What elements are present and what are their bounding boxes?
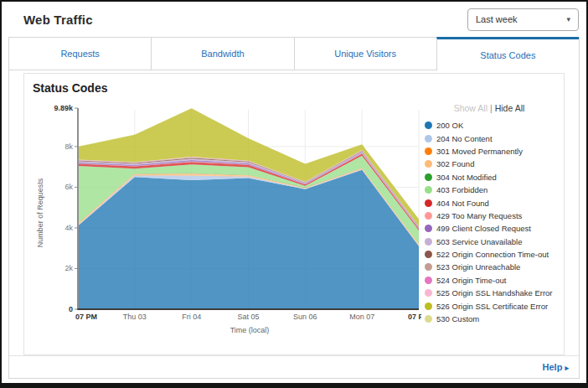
legend-item-522[interactable]: 522 Origin Connection Time-out <box>425 248 554 261</box>
page-title: Web Traffic <box>23 13 93 27</box>
legend-swatch-icon <box>425 277 432 284</box>
legend-item-301[interactable]: 301 Moved Permanently <box>425 145 554 158</box>
legend-label: 523 Origin Unreachable <box>436 262 520 272</box>
svg-text:07 PM: 07 PM <box>408 313 421 321</box>
legend-items: 200 OK204 No Content301 Moved Permanentl… <box>425 119 554 325</box>
svg-text:0: 0 <box>69 305 73 313</box>
legend-label: 403 Forbidden <box>436 185 487 194</box>
legend-swatch-icon <box>425 212 432 220</box>
legend-label: 526 Origin SSL Certificate Error <box>436 302 548 311</box>
tab-bar: RequestsBandwidthUnique VisitorsStatus C… <box>9 37 579 70</box>
legend-item-200[interactable]: 200 OK <box>425 119 554 132</box>
chart-area: Number of Requests 02k4k6k8k9.89k07 PMTh… <box>31 100 560 334</box>
svg-text:4k: 4k <box>64 224 73 232</box>
legend-item-304[interactable]: 304 Not Modified <box>425 171 554 184</box>
tab-unique-visitors[interactable]: Unique Visitors <box>294 37 436 70</box>
legend-item-503[interactable]: 503 Service Unavailable <box>425 235 554 248</box>
legend-swatch-icon <box>425 238 432 246</box>
chart-legend: Show All|Hide All 200 OK204 No Content30… <box>421 100 554 334</box>
legend-label: 530 Custom <box>436 314 479 323</box>
legend-swatch-icon <box>425 186 432 194</box>
legend-label: 200 OK <box>436 121 463 130</box>
svg-text:Sat 05: Sat 05 <box>237 313 259 321</box>
legend-item-525[interactable]: 525 Origin SSL Handshake Error <box>425 287 554 299</box>
status-codes-chart: 02k4k6k8k9.89k07 PMThu 03Fri 04Sat 05Sun… <box>43 100 421 324</box>
legend-item-302[interactable]: 302 Found <box>425 158 554 170</box>
hide-all-button[interactable]: Hide All <box>495 103 525 113</box>
plot-column: 02k4k6k8k9.89k07 PMThu 03Fri 04Sat 05Sun… <box>43 100 421 334</box>
widget-header: Web Traffic Last week ▾ <box>2 2 586 37</box>
legend-item-499[interactable]: 499 Client Closed Request <box>425 222 554 235</box>
window-frame: Web Traffic Last week ▾ RequestsBandwidt… <box>0 0 588 388</box>
x-axis-title: Time (local) <box>43 326 421 334</box>
svg-text:6k: 6k <box>64 183 73 191</box>
tab-bandwidth[interactable]: Bandwidth <box>151 37 293 70</box>
legend-label: 499 Client Closed Request <box>436 224 531 233</box>
legend-label: 302 Found <box>436 159 474 168</box>
legend-label: 301 Moved Permanently <box>436 147 523 156</box>
legend-label: 524 Origin Time-out <box>436 276 506 285</box>
legend-item-403[interactable]: 403 Forbidden <box>425 184 554 196</box>
legend-item-530[interactable]: 530 Custom <box>425 313 554 325</box>
legend-label: 204 No Content <box>436 134 493 143</box>
legend-swatch-icon <box>425 225 432 232</box>
help-link[interactable]: Help ▸ <box>543 362 569 372</box>
traffic-panel: RequestsBandwidthUnique VisitorsStatus C… <box>8 37 580 379</box>
chart-title: Status Codes <box>33 81 560 95</box>
help-arrow-icon: ▸ <box>565 364 569 372</box>
y-axis-title: Number of Requests <box>31 100 43 334</box>
svg-text:Mon 07: Mon 07 <box>349 313 374 321</box>
legend-item-204[interactable]: 204 No Content <box>425 132 554 144</box>
tab-content: Status Codes Number of Requests 02k4k6k8… <box>9 70 579 355</box>
svg-text:9.89k: 9.89k <box>54 104 74 112</box>
legend-swatch-icon <box>425 160 432 168</box>
legend-swatch-icon <box>425 315 432 323</box>
tab-status-codes[interactable]: Status Codes <box>436 37 579 70</box>
legend-label: 522 Origin Connection Time-out <box>436 250 549 259</box>
show-all-button[interactable]: Show All <box>454 103 487 113</box>
legend-item-523[interactable]: 523 Origin Unreachable <box>425 261 554 273</box>
svg-text:2k: 2k <box>64 264 73 272</box>
legend-item-524[interactable]: 524 Origin Time-out <box>425 274 554 287</box>
legend-header: Show All|Hide All <box>425 103 554 113</box>
legend-swatch-icon <box>425 199 432 207</box>
legend-swatch-icon <box>425 135 432 142</box>
legend-label: 525 Origin SSL Handshake Error <box>436 288 553 297</box>
svg-text:Fri 04: Fri 04 <box>182 313 201 321</box>
legend-label: 429 Too Many Requests <box>436 211 522 220</box>
legend-label: 503 Service Unavailable <box>436 237 522 246</box>
legend-swatch-icon <box>425 263 432 271</box>
time-range-select[interactable]: Last week ▾ <box>467 8 579 31</box>
legend-item-429[interactable]: 429 Too Many Requests <box>425 210 554 222</box>
svg-text:8k: 8k <box>64 142 73 151</box>
svg-text:07 PM: 07 PM <box>75 313 97 321</box>
time-range-value: Last week <box>476 14 518 24</box>
legend-swatch-icon <box>425 173 432 181</box>
legend-swatch-icon <box>425 289 432 297</box>
tab-requests[interactable]: Requests <box>9 37 151 70</box>
legend-swatch-icon <box>425 122 432 129</box>
panel-footer: Help ▸ <box>9 355 579 378</box>
svg-text:Sun 06: Sun 06 <box>293 313 317 321</box>
legend-label: 304 Not Modified <box>436 173 497 182</box>
legend-item-526[interactable]: 526 Origin SSL Certificate Error <box>425 299 554 312</box>
legend-item-404[interactable]: 404 Not Found <box>425 196 554 209</box>
chevron-down-icon: ▾ <box>566 15 570 23</box>
legend-swatch-icon <box>425 251 432 258</box>
svg-text:Thu 03: Thu 03 <box>123 313 147 321</box>
legend-separator: | <box>490 103 493 113</box>
legend-swatch-icon <box>425 147 432 155</box>
status-codes-card: Status Codes Number of Requests 02k4k6k8… <box>23 73 565 355</box>
legend-label: 404 Not Found <box>436 199 489 208</box>
legend-swatch-icon <box>425 303 432 310</box>
web-traffic-widget: Web Traffic Last week ▾ RequestsBandwidt… <box>2 2 586 383</box>
